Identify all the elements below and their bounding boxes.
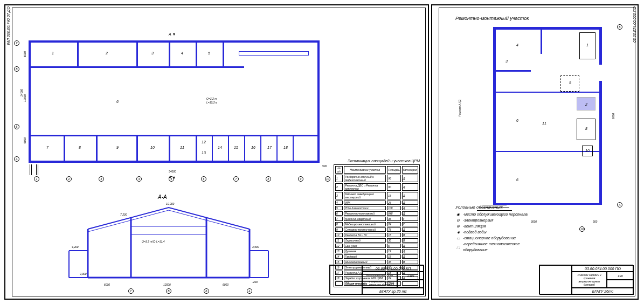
dim-h2: 7,200 <box>120 213 127 216</box>
dim-d4: 6000 <box>23 137 26 143</box>
room-8: 8 <box>77 146 82 149</box>
tb1-name: Компоновочный план ЦРМ с вертикальным ра… <box>362 272 397 288</box>
sheet1-frame: 1 2 3 4 5 6 7 8 9 10 11 12 13 14 15 16 1… <box>12 8 426 296</box>
room-12: 12 <box>201 140 206 144</box>
r2-8: 10 <box>585 149 590 153</box>
room-14: 14 <box>217 146 223 149</box>
room-15: 15 <box>233 146 239 149</box>
dim2-h: 6000 <box>612 113 615 119</box>
axis-v-10: 10 <box>325 176 330 182</box>
floor-plan: 1 2 3 4 5 6 7 8 9 10 11 12 13 14 15 16 1… <box>29 30 330 164</box>
tb2-scale: 1:20 <box>607 272 634 280</box>
axis-v-3: 3 <box>99 176 104 182</box>
sheet2-title: Ремонтно-монтажный участок <box>455 16 529 21</box>
legend-title: Условные обозначения: <box>455 204 528 210</box>
sec-axis-v: В <box>166 288 171 294</box>
dim-h3: 4,200 <box>72 245 79 248</box>
axis-v-4: 4 <box>136 176 142 182</box>
room-3: 3 <box>150 51 155 55</box>
sheet2-frame: Ремонтно-монтажный участок 4 3 1 5 2 6 <box>439 8 635 296</box>
axis-v-2: 2 <box>66 176 72 182</box>
dim-h4: 3,500 <box>252 245 259 248</box>
dim-sp3: 6000 <box>223 283 228 286</box>
titleblock-1: 03.60.074.00.000 КП Компоновочный план Ц… <box>329 265 424 294</box>
axis-v-6: 6 <box>201 176 206 182</box>
room-10: 10 <box>150 146 155 149</box>
dim-note1: Q=3,2 т <box>206 97 217 100</box>
room-5: 5 <box>206 51 212 55</box>
room-4: 4 <box>179 51 185 55</box>
sec-axis-b: Б <box>204 288 209 294</box>
r2-3: 3 <box>504 59 509 63</box>
tb1-code: 03.60.074.00.000 КП <box>362 265 424 272</box>
dim-h5: -200 <box>252 280 258 284</box>
r2-4: 4 <box>515 43 520 47</box>
sec-axis-g: Г <box>128 288 134 294</box>
dim2-w2: 500 <box>593 220 597 223</box>
section-plan: 4 3 1 5 2 6 8 10 6 11 3000 500 6000 10 Б… <box>472 27 622 221</box>
tb1-scale: 1:100 <box>397 272 424 280</box>
table-title: Экспликация площадей и участков ЦРМ <box>348 159 420 163</box>
sheet-2: 03.60.074.00.000 ПО Ремонтно-монтажный у… <box>431 4 639 300</box>
r2-7: 8 <box>584 127 589 130</box>
room-2: 2 <box>104 51 109 55</box>
dim-d1: 6000 <box>23 51 26 57</box>
section-mark-top: А ▼ <box>169 32 176 36</box>
axis-h-2: В <box>14 66 19 72</box>
r2-5: 5 <box>567 81 573 85</box>
sheet1-code: ІМЛ 000.00.740.07.ДО <box>6 6 10 45</box>
tb2-name: Участок зарядки и хранения аккумуляторны… <box>572 272 607 288</box>
tb1-org: БГАТУ гр.26 тс <box>362 288 424 295</box>
room-11: 11 <box>179 146 185 149</box>
side-label: Ремонт А,ГД <box>458 100 461 116</box>
room-9: 9 <box>115 146 120 149</box>
axis-v-9: 9 <box>298 176 303 182</box>
dim2-w: 3000 <box>531 220 537 223</box>
room-6: 6 <box>115 100 120 103</box>
dim-d6: 500 <box>322 164 327 168</box>
room-17: 17 <box>267 146 272 149</box>
dim-mark: Q=3,2 т/С; L=11,4 <box>142 240 165 243</box>
legend: Условные обозначения: ◉-место обслуживаю… <box>455 204 528 253</box>
tb2-org: БГАТУ 26тс <box>572 288 634 295</box>
dim-h6: 0,000 <box>80 272 87 275</box>
dim-d3: 12000 <box>23 94 26 102</box>
room-13: 13 <box>201 151 206 155</box>
dim-h1: 10,000 <box>166 202 174 205</box>
r2-axis-10: 10 <box>579 226 585 232</box>
axis-h-0: А <box>14 156 19 162</box>
sec-axis-a: А <box>247 288 252 294</box>
axis-v-7: 7 <box>233 176 239 182</box>
r2-axis-b: Б <box>617 24 622 30</box>
svg-rect-5 <box>131 226 206 234</box>
dim-note2: L=10,2 м <box>206 101 217 104</box>
r2-11: 11 <box>542 121 547 125</box>
titleblock-2: 03.60.074.00.000 ПО Участок зарядки и хр… <box>539 265 633 294</box>
tb2-code: 03.60.074.00.000 ПО <box>572 265 634 272</box>
room-7: 7 <box>45 146 50 149</box>
dim-d5: 54000 <box>169 170 176 173</box>
room-1: 1 <box>50 51 56 55</box>
r2-2: 2 <box>584 102 589 106</box>
axis-v-8: 8 <box>266 176 271 182</box>
dim-sp1: 6000 <box>104 283 110 286</box>
axis-v-5: 5 <box>169 176 174 182</box>
room-18: 18 <box>283 146 288 149</box>
axis-v-1: 1 <box>34 176 39 182</box>
r2-axis-a: А <box>617 202 622 208</box>
axis-h-1: Б <box>14 124 19 129</box>
section-aa: 10,000 7,200 4,200 3,500 -200 0,000 6000… <box>66 197 271 294</box>
r2-1: 1 <box>585 43 590 47</box>
axis-h-3: Г <box>14 40 19 46</box>
dim-sp2: 12000 <box>163 283 171 286</box>
room-16: 16 <box>251 146 256 149</box>
sheet-1: ІМЛ 000.00.740.07.ДО 1 2 3 4 5 <box>4 4 429 300</box>
r2-6a: 6 <box>515 119 520 122</box>
r2-6b: 6 <box>515 178 520 182</box>
